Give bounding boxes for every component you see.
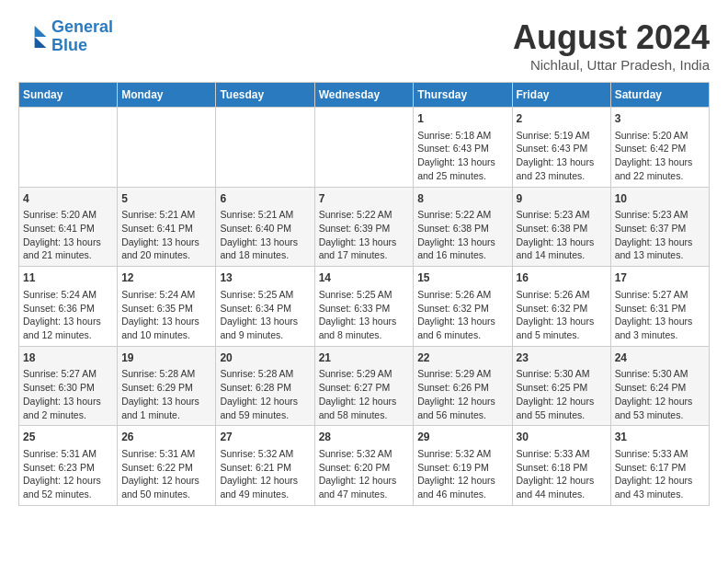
calendar-cell: 13Sunrise: 5:25 AMSunset: 6:34 PMDayligh…: [216, 267, 314, 347]
calendar-cell: 3Sunrise: 5:20 AMSunset: 6:42 PMDaylight…: [610, 108, 709, 188]
day-info: Sunset: 6:41 PM: [23, 222, 113, 236]
logo-line1: General: [51, 17, 113, 36]
day-info: Sunset: 6:18 PM: [517, 461, 607, 475]
calendar-week-row: 1Sunrise: 5:18 AMSunset: 6:43 PMDaylight…: [19, 108, 710, 188]
day-info: Sunset: 6:21 PM: [220, 461, 310, 475]
day-header-friday: Friday: [512, 83, 610, 108]
month-year: August 2024: [513, 18, 710, 57]
day-info: Sunset: 6:32 PM: [417, 302, 507, 316]
day-info: Sunrise: 5:32 AM: [417, 447, 507, 461]
day-number: 19: [121, 350, 211, 366]
day-info: Sunrise: 5:29 AM: [319, 367, 410, 381]
day-info: Sunrise: 5:32 AM: [220, 447, 310, 461]
day-info: Daylight: 13 hours and 14 minutes.: [517, 236, 607, 262]
day-info: Sunset: 6:30 PM: [23, 381, 113, 395]
calendar-cell: 8Sunrise: 5:22 AMSunset: 6:38 PMDaylight…: [414, 187, 512, 267]
day-info: Daylight: 13 hours and 25 minutes.: [417, 155, 507, 182]
calendar-cell: 23Sunrise: 5:30 AMSunset: 6:25 PMDayligh…: [512, 346, 610, 426]
day-info: Sunrise: 5:33 AM: [517, 447, 607, 461]
calendar-cell: 24Sunrise: 5:30 AMSunset: 6:24 PMDayligh…: [610, 346, 709, 426]
calendar-cell: 7Sunrise: 5:22 AMSunset: 6:39 PMDaylight…: [314, 187, 414, 267]
day-info: Sunrise: 5:22 AM: [417, 208, 507, 222]
day-info: Sunset: 6:32 PM: [517, 302, 607, 316]
calendar-cell: 5Sunrise: 5:21 AMSunset: 6:41 PMDaylight…: [118, 187, 216, 267]
day-number: 10: [615, 191, 705, 207]
day-number: 4: [23, 191, 113, 207]
day-number: 23: [517, 350, 607, 366]
day-info: Sunset: 6:40 PM: [220, 222, 310, 236]
title-block: August 2024 Nichlaul, Uttar Pradesh, Ind…: [513, 18, 710, 73]
day-info: Sunset: 6:19 PM: [417, 461, 507, 475]
day-number: 9: [517, 191, 607, 207]
day-header-tuesday: Tuesday: [216, 83, 314, 108]
day-info: Daylight: 13 hours and 22 minutes.: [615, 155, 705, 182]
day-info: Sunset: 6:41 PM: [121, 222, 211, 236]
day-info: Sunrise: 5:32 AM: [319, 447, 410, 461]
calendar-week-row: 11Sunrise: 5:24 AMSunset: 6:36 PMDayligh…: [19, 267, 710, 347]
day-info: Sunrise: 5:22 AM: [319, 208, 410, 222]
day-number: 5: [121, 191, 211, 207]
calendar-cell: [118, 108, 216, 188]
day-info: Sunset: 6:22 PM: [121, 461, 211, 475]
calendar-week-row: 25Sunrise: 5:31 AMSunset: 6:23 PMDayligh…: [19, 426, 710, 506]
day-info: Sunset: 6:38 PM: [517, 222, 607, 236]
day-number: 11: [23, 270, 113, 286]
day-number: 13: [220, 270, 310, 286]
day-info: Sunset: 6:33 PM: [319, 302, 410, 316]
day-info: Sunset: 6:39 PM: [319, 222, 410, 236]
day-info: Sunset: 6:37 PM: [615, 222, 705, 236]
day-info: Daylight: 12 hours and 49 minutes.: [220, 474, 310, 500]
day-info: Daylight: 13 hours and 16 minutes.: [417, 236, 507, 262]
day-number: 7: [319, 191, 410, 207]
day-info: Daylight: 13 hours and 5 minutes.: [517, 315, 607, 341]
day-number: 14: [319, 270, 410, 286]
day-info: Daylight: 12 hours and 56 minutes.: [417, 395, 507, 421]
day-number: 24: [615, 350, 705, 366]
day-number: 26: [121, 430, 211, 445]
day-info: Sunset: 6:36 PM: [23, 302, 113, 316]
calendar-cell: [314, 108, 414, 188]
day-info: Sunset: 6:34 PM: [220, 302, 310, 316]
calendar-cell: 30Sunrise: 5:33 AMSunset: 6:18 PMDayligh…: [512, 426, 610, 506]
calendar-cell: 10Sunrise: 5:23 AMSunset: 6:37 PMDayligh…: [610, 187, 709, 267]
day-number: 27: [220, 430, 310, 445]
calendar-cell: 20Sunrise: 5:28 AMSunset: 6:28 PMDayligh…: [216, 346, 314, 426]
day-info: Sunrise: 5:20 AM: [23, 208, 113, 222]
day-info: Sunset: 6:26 PM: [417, 381, 507, 395]
page-header: General Blue August 2024 Nichlaul, Uttar…: [18, 18, 710, 73]
calendar-cell: 14Sunrise: 5:25 AMSunset: 6:33 PMDayligh…: [314, 267, 414, 347]
day-info: Sunrise: 5:24 AM: [23, 288, 113, 302]
day-header-thursday: Thursday: [414, 83, 512, 108]
calendar-cell: [216, 108, 314, 188]
day-info: Sunrise: 5:23 AM: [517, 208, 607, 222]
calendar-cell: 19Sunrise: 5:28 AMSunset: 6:29 PMDayligh…: [118, 346, 216, 426]
day-number: 16: [517, 270, 607, 286]
day-info: Daylight: 12 hours and 43 minutes.: [615, 474, 705, 500]
calendar-cell: 11Sunrise: 5:24 AMSunset: 6:36 PMDayligh…: [19, 267, 118, 347]
day-info: Daylight: 12 hours and 46 minutes.: [417, 474, 507, 500]
day-number: 3: [615, 111, 705, 127]
logo-line2: Blue: [51, 36, 87, 54]
calendar-cell: 1Sunrise: 5:18 AMSunset: 6:43 PMDaylight…: [414, 108, 512, 188]
svg-marker-1: [35, 37, 47, 48]
day-header-wednesday: Wednesday: [314, 83, 414, 108]
day-info: Sunset: 6:24 PM: [615, 381, 705, 395]
calendar-cell: 17Sunrise: 5:27 AMSunset: 6:31 PMDayligh…: [610, 267, 709, 347]
day-info: Sunrise: 5:21 AM: [121, 208, 211, 222]
day-number: 1: [417, 111, 507, 127]
calendar-cell: [19, 108, 118, 188]
day-info: Sunset: 6:17 PM: [615, 461, 705, 475]
day-info: Sunrise: 5:25 AM: [319, 288, 410, 302]
day-info: Sunrise: 5:18 AM: [417, 129, 507, 143]
day-info: Sunrise: 5:31 AM: [23, 447, 113, 461]
day-number: 6: [220, 191, 310, 207]
day-info: Sunrise: 5:24 AM: [121, 288, 211, 302]
day-info: Daylight: 12 hours and 59 minutes.: [220, 395, 310, 421]
calendar-cell: 15Sunrise: 5:26 AMSunset: 6:32 PMDayligh…: [414, 267, 512, 347]
day-number: 20: [220, 350, 310, 366]
day-number: 28: [319, 430, 410, 445]
day-info: Sunrise: 5:23 AM: [615, 208, 705, 222]
day-number: 25: [23, 430, 113, 445]
day-info: Daylight: 13 hours and 18 minutes.: [220, 236, 310, 262]
day-info: Daylight: 13 hours and 21 minutes.: [23, 236, 113, 262]
